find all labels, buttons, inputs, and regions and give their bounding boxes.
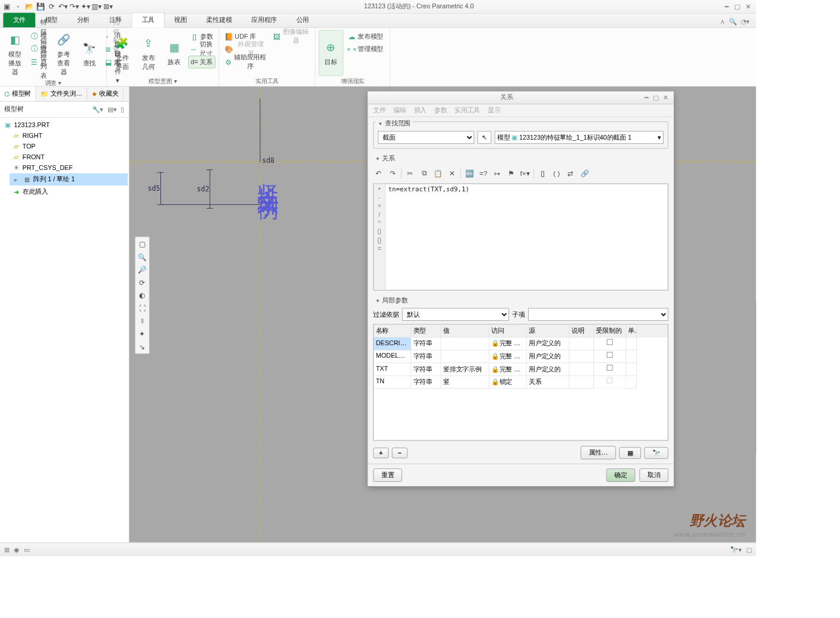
dropdown-icon[interactable]: ▾ bbox=[658, 134, 661, 141]
properties-button[interactable]: 属性… bbox=[580, 446, 615, 460]
feat-list-button[interactable]: ☰特征列表 bbox=[29, 56, 50, 69]
ar-target-button[interactable]: ⊕目标 bbox=[318, 30, 343, 75]
tab-tools[interactable]: 工具 bbox=[131, 12, 165, 28]
reload-icon[interactable]: ⟳ bbox=[47, 2, 56, 11]
dlg-max-button[interactable]: ▢ bbox=[650, 94, 661, 102]
search-icon[interactable]: 🔍 bbox=[729, 18, 737, 26]
sort-icon[interactable]: 🔤 bbox=[464, 168, 475, 179]
table-row[interactable]: DESCRIP…字符串🔒完整 …用户定义的 bbox=[374, 338, 668, 351]
unit-icon[interactable]: ( ) bbox=[551, 168, 562, 179]
convert-icon[interactable]: ⇄ bbox=[565, 168, 576, 179]
tree-insert-here[interactable]: ➜在此插入 bbox=[10, 185, 128, 198]
cancel-button[interactable]: 取消 bbox=[639, 468, 668, 482]
reset-button[interactable]: 重置 bbox=[373, 468, 402, 482]
perspective-icon[interactable]: ⫴ bbox=[137, 316, 147, 326]
regen-icon[interactable]: ✦▾ bbox=[81, 2, 90, 11]
find-icon[interactable]: 🔭▾ bbox=[730, 546, 741, 553]
refit-icon[interactable]: ▢ bbox=[137, 238, 147, 249]
filter-select[interactable]: 默认 bbox=[402, 308, 509, 321]
verify-icon[interactable]: =? bbox=[478, 168, 489, 179]
paste-icon[interactable]: 📋 bbox=[432, 168, 443, 179]
windows-icon[interactable]: ▥▾ bbox=[92, 2, 102, 11]
scope-model-select[interactable]: 模型 ▣ 123123的特征草绘_1_1标识40的截面 1 ▾ bbox=[495, 131, 664, 144]
scope-type-select[interactable]: 截面 bbox=[378, 131, 474, 144]
tab-favorites[interactable]: ★收藏夹 bbox=[87, 87, 124, 101]
tree-settings-icon[interactable]: 🔧▾ bbox=[91, 105, 105, 114]
tab-view[interactable]: 视图 bbox=[165, 13, 197, 27]
info-icon[interactable]: ◉ bbox=[14, 546, 19, 553]
columns-button[interactable]: ▦ bbox=[619, 447, 641, 459]
table-row[interactable]: TN字符串竖🔒锁定关系 bbox=[374, 376, 668, 389]
tab-file-browser[interactable]: 📁文件夹浏… bbox=[36, 87, 87, 101]
minimize-button[interactable]: ━ bbox=[725, 3, 728, 11]
tab-flex[interactable]: 柔性建模 bbox=[197, 13, 242, 27]
arrow-icon[interactable]: ↘ bbox=[137, 341, 147, 352]
model-player-button[interactable]: ◧模型播放器 bbox=[3, 30, 27, 78]
undo-icon[interactable]: ↶ bbox=[373, 168, 384, 179]
new-icon[interactable]: ▫ bbox=[14, 2, 23, 11]
dim-sd2[interactable]: sd2 bbox=[197, 185, 209, 193]
tree-datum-front[interactable]: ▱FRONT bbox=[10, 152, 128, 163]
tab-apps[interactable]: 应用程序 bbox=[242, 13, 287, 27]
relations-editor[interactable]: +-×/^(){}= tn=extract(TXT,sd9,1) bbox=[373, 184, 668, 291]
menu-edit[interactable]: 编辑 bbox=[393, 106, 406, 115]
tree-root[interactable]: ▣123123.PRT bbox=[1, 120, 128, 131]
menu-utils[interactable]: 实用工具 bbox=[454, 106, 480, 115]
menu-params[interactable]: 参数 bbox=[434, 106, 447, 115]
menu-file[interactable]: 文件 bbox=[373, 106, 386, 115]
tree-datum-right[interactable]: ▱RIGHT bbox=[10, 131, 128, 141]
saved-view-icon[interactable]: ⛶ bbox=[137, 302, 147, 313]
table-row[interactable]: MODELE…字符串🔒完整 …用户定义的 bbox=[374, 351, 668, 364]
model-tree[interactable]: ▣123123.PRT ▱RIGHT ▱TOP ▱FRONT ✳PRT_CSYS… bbox=[0, 118, 129, 543]
zoom-in-icon[interactable]: 🔍 bbox=[137, 251, 147, 262]
menu-show[interactable]: 显示 bbox=[488, 106, 501, 115]
table-row[interactable]: TXT字符串竖排文字示例🔒完整 …用户定义的 bbox=[374, 363, 668, 376]
app-manage-icon[interactable]: ✦ bbox=[137, 329, 147, 339]
publish-model-button[interactable]: ☁发布模型 bbox=[345, 30, 386, 43]
view-icon[interactable]: ▭ bbox=[24, 546, 30, 553]
param-viewer-button[interactable]: 🔗参考查看器 bbox=[52, 30, 75, 78]
publish-geom-button[interactable]: ⇪发布几何 bbox=[136, 30, 160, 75]
expand-icon[interactable]: ▸ bbox=[12, 176, 20, 184]
copy-icon[interactable]: ⧉ bbox=[419, 168, 430, 179]
open-icon[interactable]: 📂 bbox=[24, 2, 34, 11]
zoom-out-icon[interactable]: 🔎 bbox=[137, 264, 147, 275]
sel-filter-icon[interactable]: ⊞ bbox=[4, 546, 10, 553]
family-table-button[interactable]: ▦族表 bbox=[162, 30, 186, 75]
undo-icon[interactable]: ↶▾ bbox=[58, 2, 68, 11]
tab-file[interactable]: 文件 bbox=[3, 13, 35, 27]
tree-csys[interactable]: ✳PRT_CSYS_DEF bbox=[10, 163, 128, 174]
switch-dim-button[interactable]: ↔切换尺寸 bbox=[188, 43, 216, 56]
tree-show-icon[interactable]: ▯ bbox=[120, 105, 126, 114]
cut-icon[interactable]: ✂ bbox=[405, 168, 415, 179]
save-icon[interactable]: 💾 bbox=[36, 2, 45, 11]
menu-insert[interactable]: 插入 bbox=[414, 106, 427, 115]
manage-model-button[interactable]: ⚬⚬管理模型 bbox=[345, 43, 386, 56]
relations-text[interactable]: tn=extract(TXT,sd9,1) bbox=[386, 184, 668, 290]
dlg-close-button[interactable]: ✕ bbox=[661, 94, 670, 102]
style-icon[interactable]: ◐ bbox=[137, 290, 147, 301]
dlg-min-button[interactable]: ━ bbox=[643, 94, 651, 102]
fx-icon[interactable]: f×▾ bbox=[520, 168, 530, 179]
tree-datum-top[interactable]: ▱TOP bbox=[10, 141, 128, 152]
sub-select[interactable] bbox=[528, 308, 668, 321]
tab-common[interactable]: 公用 bbox=[286, 13, 318, 27]
find-button[interactable]: 🔭查找 bbox=[78, 30, 102, 78]
tree-filter-icon[interactable]: ▤▾ bbox=[106, 105, 118, 114]
help-icon[interactable]: ◔▾ bbox=[741, 18, 749, 26]
geom-filter-icon[interactable]: ▢ bbox=[746, 546, 752, 553]
delete-icon[interactable]: ✕ bbox=[447, 168, 457, 179]
component-ui-button[interactable]: 🧩元件界面 bbox=[110, 30, 134, 75]
relations-button[interactable]: d= 关系 bbox=[188, 56, 216, 69]
add-param-button[interactable]: + bbox=[373, 447, 389, 458]
dim-sd5[interactable]: sd5 bbox=[147, 185, 160, 193]
tab-model-tree[interactable]: ⌬模型树 bbox=[0, 87, 36, 101]
redo-icon[interactable]: ↷ bbox=[387, 168, 398, 179]
flag-icon[interactable]: ⚑ bbox=[506, 168, 516, 179]
dim-sd8[interactable]: sd8 bbox=[262, 156, 274, 165]
brackets-icon[interactable]: [] bbox=[538, 168, 548, 179]
params-table[interactable]: 名称类型值访问源说明受限制的单 DESCRIP…字符串🔒完整 …用户定义的 MO… bbox=[373, 324, 668, 440]
tab-analysis[interactable]: 分析 bbox=[67, 13, 99, 27]
redo-icon[interactable]: ↷▾ bbox=[70, 2, 79, 11]
find-param-button[interactable]: 🔭 bbox=[645, 447, 669, 459]
